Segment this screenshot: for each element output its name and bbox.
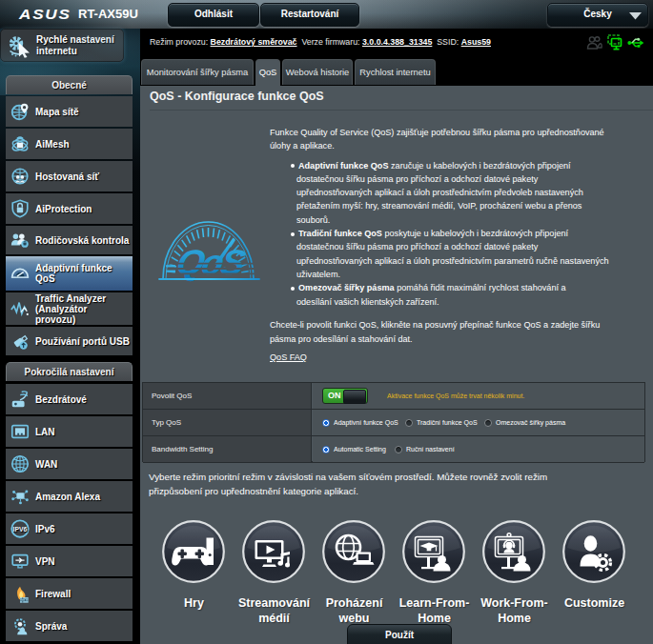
svg-text:QoS: QoS	[173, 242, 250, 282]
svg-text:IPV6: IPV6	[13, 526, 28, 533]
